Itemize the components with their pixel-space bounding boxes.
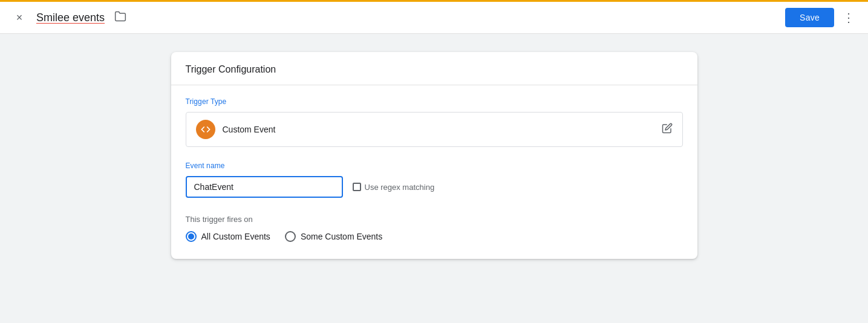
title-suffix: events xyxy=(70,11,105,24)
top-bar-right: Save ⋮ xyxy=(785,8,858,27)
main-content: Trigger Configuration Trigger Type Custo… xyxy=(0,34,868,323)
trigger-type-box: Custom Event xyxy=(186,112,683,147)
regex-matching-label[interactable]: Use regex matching xyxy=(353,183,435,192)
fires-on-section: This trigger fires on All Custom Events … xyxy=(186,215,683,242)
card-body: Trigger Type Custom Event xyxy=(171,85,697,259)
title-smilee: Smilee xyxy=(36,11,70,24)
more-options-button[interactable]: ⋮ xyxy=(839,8,858,27)
top-bar-left: × Smilee events xyxy=(10,8,785,27)
page-title: Smilee events xyxy=(36,11,105,24)
trigger-type-name: Custom Event xyxy=(223,125,276,134)
edit-trigger-button[interactable] xyxy=(662,123,673,136)
fires-on-label: This trigger fires on xyxy=(186,215,683,224)
close-button[interactable]: × xyxy=(10,8,29,27)
folder-icon[interactable] xyxy=(114,10,126,25)
top-bar: × Smilee events Save ⋮ xyxy=(0,0,868,34)
radio-all-custom-events-indicator[interactable] xyxy=(186,231,197,242)
save-button[interactable]: Save xyxy=(785,8,834,27)
card-title: Trigger Configuration xyxy=(186,64,683,75)
event-name-label: Event name xyxy=(186,162,683,170)
radio-all-custom-events-label: All Custom Events xyxy=(201,232,270,241)
event-name-input[interactable] xyxy=(186,176,343,198)
radio-some-custom-events[interactable]: Some Custom Events xyxy=(285,231,382,242)
radio-some-custom-events-label: Some Custom Events xyxy=(301,232,382,241)
fires-on-radio-group: All Custom Events Some Custom Events xyxy=(186,231,683,242)
event-name-row: Use regex matching xyxy=(186,176,683,198)
regex-matching-text: Use regex matching xyxy=(365,183,435,192)
trigger-type-left: Custom Event xyxy=(196,120,276,139)
card-header: Trigger Configuration xyxy=(171,52,697,85)
trigger-config-card: Trigger Configuration Trigger Type Custo… xyxy=(171,52,697,259)
custom-event-icon xyxy=(196,120,215,139)
regex-matching-checkbox[interactable] xyxy=(353,183,361,191)
radio-some-custom-events-indicator[interactable] xyxy=(285,231,296,242)
event-name-section: Event name Use regex matching xyxy=(186,162,683,198)
trigger-type-label: Trigger Type xyxy=(186,97,683,106)
radio-all-custom-events[interactable]: All Custom Events xyxy=(186,231,270,242)
